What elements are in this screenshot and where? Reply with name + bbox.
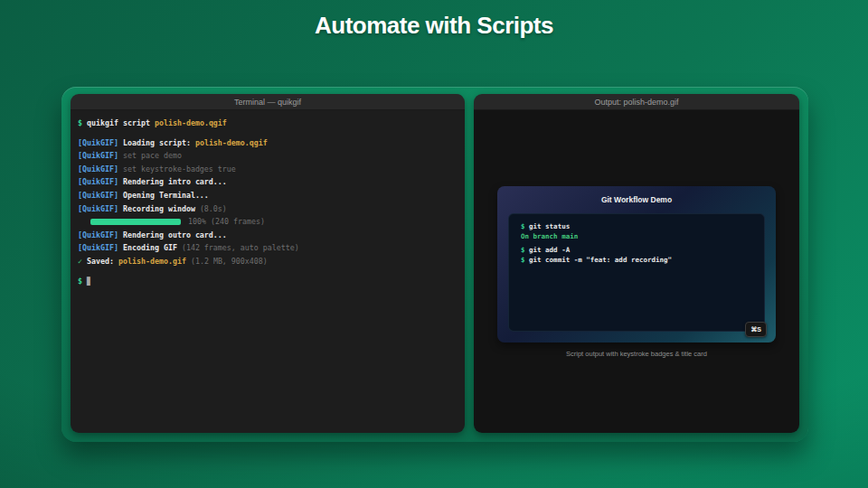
terminal-text-segment: Loading script:: [123, 138, 195, 147]
terminal-line: On branch main: [521, 231, 764, 241]
terminal-text-segment: git add -A: [529, 246, 570, 254]
progress-line: 100% (240 frames): [78, 215, 459, 229]
terminal-line: [QuikGIF] Recording window (8.0s): [78, 202, 459, 216]
terminal-text-segment: (1.2 MB, 900x408): [191, 257, 268, 266]
output-preview: Git Workflow Demo $ git statusOn branch …: [474, 110, 799, 433]
gif-title-card: Git Workflow Demo: [497, 193, 776, 213]
terminal-cursor: ▊: [87, 277, 91, 286]
terminal-text-segment: Saved:: [87, 257, 118, 266]
terminal-text-segment: [QuikGIF]: [78, 151, 123, 160]
terminal-line: $ git add -A: [521, 245, 764, 255]
terminal-text-segment: git commit -m "feat: add recording": [529, 256, 672, 264]
terminal-text-segment: Opening Terminal...: [123, 191, 209, 200]
terminal-line: [QuikGIF] Encoding GIF (142 frames, auto…: [78, 241, 459, 255]
terminal-text-segment: [QuikGIF]: [78, 138, 123, 147]
gif-terminal: $ git statusOn branch main$ git add -A$ …: [508, 213, 765, 332]
terminal-line: [QuikGIF] Opening Terminal...: [78, 189, 459, 202]
terminal-text-segment: Encoding GIF: [123, 243, 182, 252]
terminal-line: $ quikgif script polish-demo.qgif: [78, 117, 459, 130]
terminal-blank-line: [78, 268, 459, 275]
terminal-text-segment: quikgif script: [87, 118, 155, 127]
terminal-line: ✓ Saved: polish-demo.gif (1.2 MB, 900x40…: [78, 255, 459, 268]
terminal-text-segment: [QuikGIF]: [78, 243, 123, 252]
terminal-line: $ git commit -m "feat: add recording": [521, 255, 764, 265]
terminal-text-segment: $: [521, 222, 529, 230]
terminal-output[interactable]: $ quikgif script polish-demo.qgif[QuikGI…: [71, 110, 465, 433]
terminal-text-segment: polish-demo.gif: [118, 257, 191, 266]
terminal-text-segment: Rendering intro card...: [123, 177, 227, 186]
terminal-text-segment: Rendering outro card...: [123, 230, 227, 239]
terminal-line: $ ▊: [78, 275, 459, 288]
slide-background: Automate with Scripts Terminal — quikgif…: [0, 0, 868, 488]
terminal-line: [QuikGIF] set keystroke-badges true: [78, 163, 459, 176]
terminal-text-segment: polish-demo.qgif: [155, 118, 227, 127]
terminal-text-segment: [QuikGIF]: [78, 191, 123, 200]
terminal-text-segment: ✓: [78, 257, 87, 266]
terminal-blank-line: [78, 130, 459, 136]
terminal-text-segment: [QuikGIF]: [78, 177, 123, 186]
terminal-text-segment: git status: [529, 222, 570, 230]
terminal-text-segment: $: [521, 256, 529, 264]
terminal-text-segment: [QuikGIF]: [78, 230, 123, 239]
terminal-text-segment: $: [78, 277, 87, 286]
terminal-window: Terminal — quikgif $ quikgif script poli…: [71, 94, 465, 433]
output-title: Output: polish-demo.gif: [594, 98, 678, 107]
output-titlebar: Output: polish-demo.gif: [474, 94, 799, 110]
demo-panel: Terminal — quikgif $ quikgif script poli…: [61, 87, 808, 442]
keystroke-badge: ⌘S: [745, 322, 767, 337]
terminal-text-segment: $: [521, 246, 529, 254]
output-caption: Script output with keystroke badges & ti…: [566, 350, 707, 358]
terminal-line: [QuikGIF] Rendering intro card...: [78, 175, 459, 189]
terminal-title: Terminal — quikgif: [234, 98, 301, 107]
terminal-text-segment: $: [78, 118, 87, 127]
terminal-titlebar: Terminal — quikgif: [71, 94, 465, 110]
output-window: Output: polish-demo.gif Git Workflow Dem…: [474, 94, 799, 433]
terminal-line: $ git status: [521, 221, 764, 231]
terminal-line: [QuikGIF] Loading script: polish-demo.qg…: [78, 136, 459, 150]
terminal-text-segment: set keystroke-badges true: [123, 164, 236, 174]
terminal-text-segment: (142 frames, auto palette): [182, 243, 299, 252]
terminal-text-segment: [QuikGIF]: [78, 204, 123, 213]
terminal-text-segment: (8.0s): [200, 204, 227, 213]
page-title: Automate with Scripts: [0, 9, 868, 42]
gif-preview-card: Git Workflow Demo $ git statusOn branch …: [497, 186, 776, 343]
terminal-line: [QuikGIF] Rendering outro card...: [78, 229, 459, 242]
progress-bar: [90, 219, 181, 225]
terminal-line: [QuikGIF] set pace demo: [78, 149, 459, 163]
terminal-text-segment: set pace demo: [123, 151, 182, 160]
progress-label: 100% (240 frames): [188, 217, 265, 226]
terminal-text-segment: Recording window: [123, 204, 200, 213]
terminal-text-segment: polish-demo.qgif: [195, 138, 268, 147]
terminal-text-segment: On branch main: [521, 232, 578, 240]
terminal-text-segment: [QuikGIF]: [78, 164, 123, 174]
